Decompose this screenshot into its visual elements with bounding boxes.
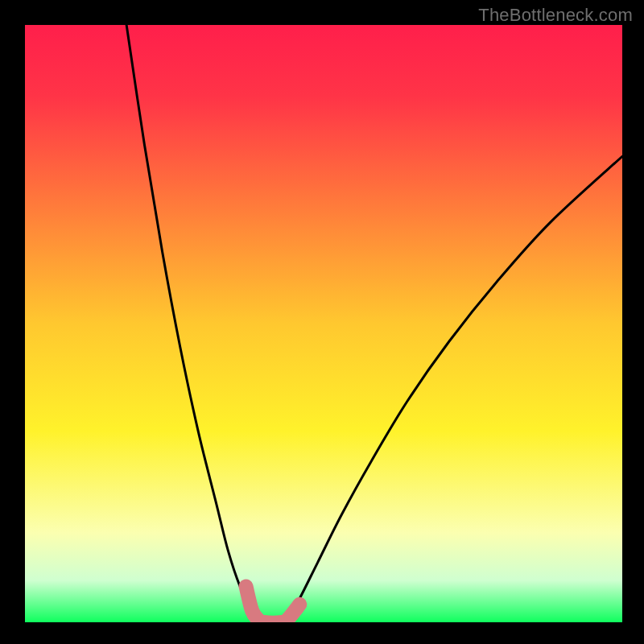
bottleneck-chart — [0, 0, 644, 644]
plot-background — [25, 25, 622, 622]
chart-container: TheBottleneck.com — [0, 0, 644, 644]
watermark-label: TheBottleneck.com — [478, 5, 633, 26]
